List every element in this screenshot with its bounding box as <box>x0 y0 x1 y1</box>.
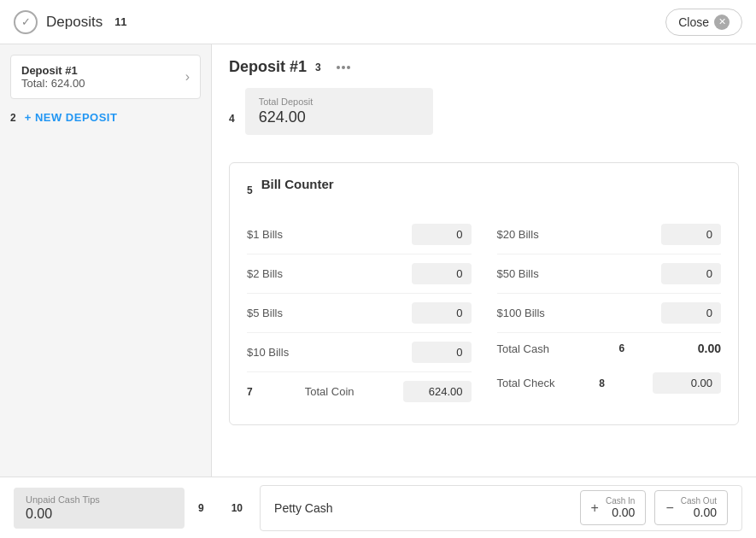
header-num: 11 <box>114 15 126 28</box>
close-button[interactable]: Close ✕ <box>665 9 742 36</box>
cash-out-button[interactable]: − Cash Out 0.00 <box>654 490 728 525</box>
bill-input-20[interactable] <box>661 224 721 245</box>
bill-row-10: $10 Bills <box>247 333 472 372</box>
main-content: Deposit #1 Total: 624.00 › 2 + NEW DEPOS… <box>0 44 756 477</box>
header-right: Close ✕ <box>665 9 742 36</box>
deposit-header: Deposit #1 3 <box>229 58 739 76</box>
bill-row-1: $1 Bills <box>247 215 472 254</box>
cash-out-label: Cash Out <box>681 496 717 506</box>
bill-input-50[interactable] <box>661 263 721 284</box>
bill-label-100: $100 Bills <box>497 307 545 319</box>
cash-in-label: Cash In <box>606 496 635 506</box>
deposits-icon: ✓ <box>14 10 38 34</box>
total-deposit-value: 624.00 <box>259 108 419 126</box>
total-deposit-box: Total Deposit 624.00 <box>245 88 433 135</box>
total-cash-label: Total Cash <box>497 342 549 355</box>
num-7-badge: 7 <box>247 386 253 398</box>
bill-row-2: $2 Bills <box>247 254 472 294</box>
chevron-right-icon: › <box>185 69 190 85</box>
total-cash-row: Total Cash 6 0.00 <box>497 333 722 364</box>
num-4-badge: 4 <box>229 113 235 125</box>
header-title: Deposits <box>46 14 103 31</box>
deposit-item-total: Total: 624.00 <box>21 77 85 90</box>
num-9-badge: 9 <box>185 502 218 514</box>
left-bills: $1 Bills $2 Bills $5 Bills $10 Bill <box>247 215 472 411</box>
bill-input-1[interactable] <box>412 224 472 245</box>
plus-icon: + <box>591 500 599 516</box>
bill-label-10: $10 Bills <box>247 346 289 359</box>
bill-row-5: $5 Bills <box>247 294 472 333</box>
detail-panel: Deposit #1 3 4 Total Deposit 624.00 5 <box>212 44 756 477</box>
total-cash-value: 0.00 <box>698 342 721 355</box>
total-deposit-label: Total Deposit <box>259 96 419 107</box>
num-3-badge: 3 <box>315 61 321 73</box>
minus-icon: − <box>665 500 673 516</box>
bottom-bar: Unpaid Cash Tips 0.00 9 10 Petty Cash + … <box>0 477 756 538</box>
num-5-badge: 5 <box>247 184 253 196</box>
bill-input-2[interactable] <box>412 263 472 284</box>
bill-label-20: $20 Bills <box>497 228 539 241</box>
total-check-label: Total Check <box>497 377 555 389</box>
close-icon: ✕ <box>714 15 730 30</box>
total-coin-label: Total Coin <box>305 385 355 398</box>
bill-input-10[interactable] <box>412 342 472 363</box>
bill-row-100: $100 Bills <box>497 294 722 333</box>
header-left: ✓ Deposits 11 <box>14 10 127 34</box>
unpaid-value: 0.00 <box>26 506 173 522</box>
bill-label-5: $5 Bills <box>247 307 283 319</box>
bill-input-5[interactable] <box>412 302 472 324</box>
total-coin-row: 7 Total Coin <box>247 372 472 411</box>
header: ✓ Deposits 11 Close ✕ <box>0 0 756 44</box>
deposit-title: Deposit #1 <box>229 58 307 76</box>
num-2-badge: 2 <box>10 112 16 124</box>
bill-counter-section: 5 Bill Counter $1 Bills $2 Bills <box>229 162 739 425</box>
total-coin-input[interactable] <box>403 381 472 402</box>
new-deposit-button[interactable]: 2 + NEW DEPOSIT <box>10 108 201 127</box>
new-deposit-label: + NEW DEPOSIT <box>25 111 118 124</box>
bill-label-2: $2 Bills <box>247 267 283 280</box>
unpaid-tips-box: Unpaid Cash Tips 0.00 <box>14 488 185 529</box>
num-8-badge: 8 <box>599 377 605 389</box>
cash-in-button[interactable]: + Cash In 0.00 <box>580 490 647 525</box>
bill-grid: $1 Bills $2 Bills $5 Bills $10 Bill <box>247 215 721 411</box>
unpaid-label: Unpaid Cash Tips <box>26 494 173 505</box>
total-check-input[interactable] <box>653 372 721 394</box>
close-label: Close <box>678 15 709 29</box>
num-10-badge: 10 <box>218 502 256 514</box>
petty-cash-label: Petty Cash <box>274 501 566 515</box>
cash-out-value: 0.00 <box>694 506 717 519</box>
bill-counter-title: Bill Counter <box>261 177 334 191</box>
sidebar: Deposit #1 Total: 624.00 › 2 + NEW DEPOS… <box>0 44 212 477</box>
deposit-item-name: Deposit #1 <box>21 64 85 77</box>
bill-input-100[interactable] <box>661 302 721 324</box>
num-6-badge: 6 <box>618 342 624 354</box>
more-options-button[interactable] <box>333 62 354 73</box>
right-bills: $20 Bills $50 Bills $100 Bills Tota <box>497 215 722 411</box>
cash-in-value: 0.00 <box>612 506 635 519</box>
bill-label-50: $50 Bills <box>497 267 539 280</box>
bill-label-1: $1 Bills <box>247 228 283 241</box>
bill-row-50: $50 Bills <box>497 254 722 294</box>
bill-row-20: $20 Bills <box>497 215 722 254</box>
deposit-item[interactable]: Deposit #1 Total: 624.00 › <box>10 55 201 99</box>
total-check-row: Total Check 8 <box>497 364 722 402</box>
